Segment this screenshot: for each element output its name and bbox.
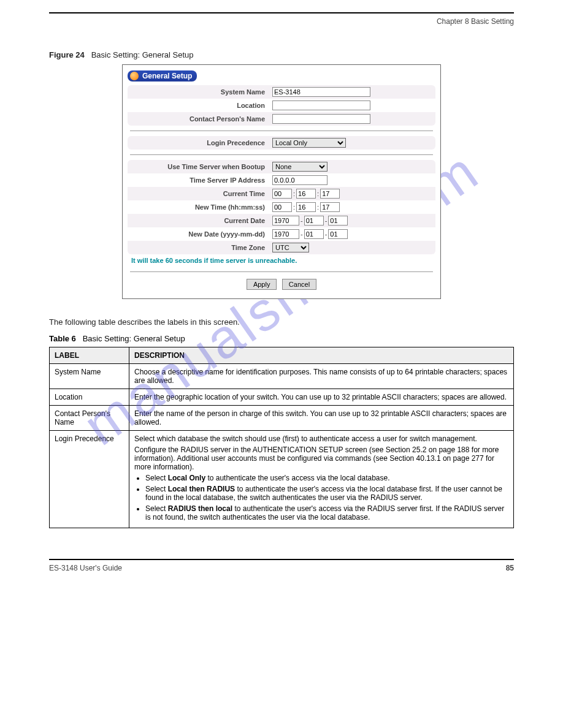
panel-title-text: General Setup [142,72,192,80]
row-label: Login Precedence [50,431,129,528]
current-time-m-input[interactable] [296,189,316,199]
header-chapter: Chapter 8 Basic Setting [49,17,514,26]
table-row: Contact Person's Name Enter the name of … [50,406,514,431]
label-contact: Contact Person's Name [131,115,272,123]
th-label: LABEL [50,347,129,364]
new-time-h-input[interactable] [272,202,292,212]
cancel-button[interactable]: Cancel [282,279,316,290]
time-server-ip-input[interactable] [272,175,327,185]
figure-title: Basic Setting: General Setup [91,50,194,59]
new-date-d-input[interactable] [328,229,348,239]
description-table: LABEL DESCRIPTION System Name Choose a d… [49,347,514,528]
new-date-y-input[interactable] [272,229,299,239]
row-label: System Name [50,364,129,389]
current-date-y-input[interactable] [272,216,299,226]
new-time-m-input[interactable] [296,202,316,212]
label-current-date: Current Date [131,217,272,224]
bullet-icon [130,72,139,80]
time-zone-select[interactable]: UTC [272,243,309,252]
label-login-precedence: Login Precedence [131,139,272,146]
apply-button[interactable]: Apply [247,279,277,290]
table-caption: Table 6 Basic Setting: General Setup [49,334,514,343]
label-current-time: Current Time [131,190,272,197]
footer: ES-3148 User's Guide 85 [49,559,514,572]
row-desc: Enter the name of the person in charge o… [129,406,514,431]
new-time-s-input[interactable] [320,202,340,212]
current-date-m-input[interactable] [304,216,324,226]
label-location: Location [131,102,272,109]
general-setup-panel: General Setup System Name Location Conta… [122,64,441,299]
table-row: System Name Choose a descriptive name fo… [50,364,514,389]
time-server-note: It will take 60 seconds if time server i… [128,254,435,267]
table-row: Login Precedence Select which database t… [50,431,514,528]
contact-input[interactable] [272,114,370,124]
footer-left: ES-3148 User's Guide [49,564,122,572]
location-input[interactable] [272,100,370,110]
current-time-s-input[interactable] [320,189,340,199]
figure-number: Figure 24 [49,50,85,59]
row-desc: Choose a descriptive name for identifica… [129,364,514,389]
row-desc: Enter the geographic location of your sw… [129,389,514,406]
current-time-h-input[interactable] [272,189,292,199]
system-name-input[interactable] [272,87,370,97]
panel-title: General Setup [128,70,197,82]
row-label: Location [50,389,129,406]
label-new-time: New Time (hh:mm:ss) [131,203,272,211]
label-system-name: System Name [131,88,272,96]
label-new-date: New Date (yyyy-mm-dd) [131,230,272,238]
label-time-server: Use Time Server when Bootup [131,163,272,170]
time-server-select[interactable]: None [272,162,327,172]
row-desc: Select which database the switch should … [129,431,514,528]
footer-page-number: 85 [506,564,514,572]
table-row: Location Enter the geographic location o… [50,389,514,406]
th-description: DESCRIPTION [129,347,514,364]
login-precedence-select[interactable]: Local Only [272,138,346,148]
table-number: Table 6 [49,334,76,343]
header-rule [49,12,514,13]
label-time-server-ip: Time Server IP Address [131,176,272,184]
body-intro-text: The following table describes the labels… [49,317,514,327]
current-date-d-input[interactable] [328,216,348,226]
row-label: Contact Person's Name [50,406,129,431]
new-date-m-input[interactable] [304,229,324,239]
table-title: Basic Setting: General Setup [83,334,185,343]
label-time-zone: Time Zone [131,244,272,251]
figure-caption: Figure 24 Basic Setting: General Setup [49,50,514,59]
